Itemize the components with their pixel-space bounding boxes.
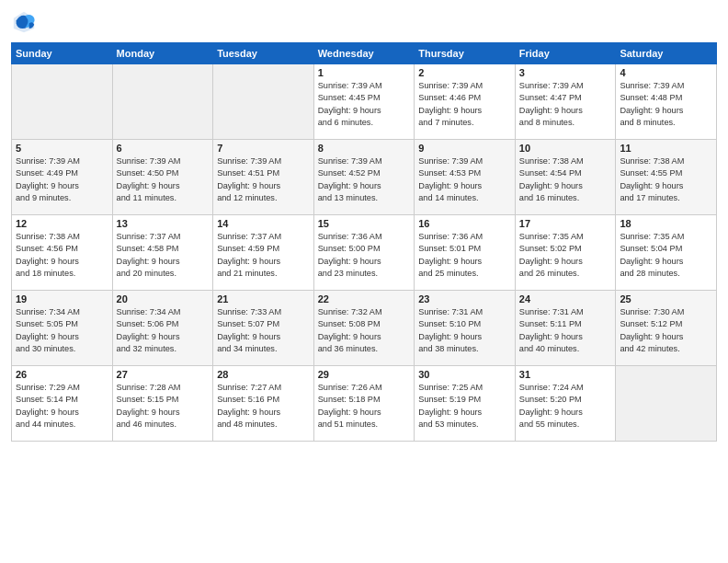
calendar-header: SundayMondayTuesdayWednesdayThursdayFrid… bbox=[12, 43, 717, 64]
day-number: 19 bbox=[16, 293, 108, 304]
calendar-cell bbox=[12, 64, 113, 140]
calendar-cell: 15Sunrise: 7:36 AMSunset: 5:00 PMDayligh… bbox=[313, 215, 415, 291]
day-number: 11 bbox=[620, 143, 712, 154]
calendar-cell: 6Sunrise: 7:39 AMSunset: 4:50 PMDaylight… bbox=[112, 140, 213, 215]
calendar-cell: 24Sunrise: 7:31 AMSunset: 5:11 PMDayligh… bbox=[515, 291, 616, 366]
day-number: 24 bbox=[519, 293, 612, 304]
day-info: Sunrise: 7:28 AMSunset: 5:15 PMDaylight:… bbox=[117, 382, 210, 431]
day-info: Sunrise: 7:36 AMSunset: 5:01 PMDaylight:… bbox=[418, 231, 511, 280]
calendar-cell: 13Sunrise: 7:37 AMSunset: 4:58 PMDayligh… bbox=[112, 215, 213, 291]
day-info: Sunrise: 7:39 AMSunset: 4:47 PMDaylight:… bbox=[519, 80, 612, 129]
header-row: SundayMondayTuesdayWednesdayThursdayFrid… bbox=[12, 43, 717, 64]
logo bbox=[11, 9, 40, 35]
calendar-cell: 11Sunrise: 7:38 AMSunset: 4:55 PMDayligh… bbox=[616, 140, 717, 215]
calendar-cell: 27Sunrise: 7:28 AMSunset: 5:15 PMDayligh… bbox=[112, 366, 213, 442]
day-number: 10 bbox=[519, 143, 612, 154]
day-number: 7 bbox=[217, 143, 310, 154]
calendar-cell: 16Sunrise: 7:36 AMSunset: 5:01 PMDayligh… bbox=[415, 215, 516, 291]
calendar-cell: 25Sunrise: 7:30 AMSunset: 5:12 PMDayligh… bbox=[616, 291, 717, 366]
day-info: Sunrise: 7:26 AMSunset: 5:18 PMDaylight:… bbox=[318, 382, 411, 431]
calendar-cell: 30Sunrise: 7:25 AMSunset: 5:19 PMDayligh… bbox=[415, 366, 516, 442]
day-number: 9 bbox=[418, 143, 511, 154]
calendar-cell: 3Sunrise: 7:39 AMSunset: 4:47 PMDaylight… bbox=[515, 64, 616, 140]
day-number: 28 bbox=[217, 369, 310, 380]
week-row-3: 12Sunrise: 7:38 AMSunset: 4:56 PMDayligh… bbox=[12, 215, 717, 291]
day-header-monday: Monday bbox=[112, 43, 213, 64]
day-number: 8 bbox=[318, 143, 411, 154]
day-number: 29 bbox=[318, 369, 411, 380]
calendar-cell: 8Sunrise: 7:39 AMSunset: 4:52 PMDaylight… bbox=[313, 140, 415, 215]
day-number: 4 bbox=[620, 67, 712, 78]
week-row-5: 26Sunrise: 7:29 AMSunset: 5:14 PMDayligh… bbox=[12, 366, 717, 442]
day-info: Sunrise: 7:39 AMSunset: 4:52 PMDaylight:… bbox=[318, 155, 411, 204]
day-info: Sunrise: 7:31 AMSunset: 5:10 PMDaylight:… bbox=[418, 306, 511, 355]
calendar-cell: 23Sunrise: 7:31 AMSunset: 5:10 PMDayligh… bbox=[415, 291, 516, 366]
day-number: 27 bbox=[117, 369, 210, 380]
calendar-cell: 28Sunrise: 7:27 AMSunset: 5:16 PMDayligh… bbox=[213, 366, 314, 442]
calendar-cell: 29Sunrise: 7:26 AMSunset: 5:18 PMDayligh… bbox=[313, 366, 415, 442]
day-info: Sunrise: 7:35 AMSunset: 5:02 PMDaylight:… bbox=[519, 231, 612, 280]
day-header-saturday: Saturday bbox=[616, 43, 717, 64]
calendar-cell: 20Sunrise: 7:34 AMSunset: 5:06 PMDayligh… bbox=[112, 291, 213, 366]
calendar-cell bbox=[616, 366, 717, 442]
calendar-cell: 31Sunrise: 7:24 AMSunset: 5:20 PMDayligh… bbox=[515, 366, 616, 442]
week-row-1: 1Sunrise: 7:39 AMSunset: 4:45 PMDaylight… bbox=[12, 64, 717, 140]
day-number: 17 bbox=[519, 218, 612, 229]
day-number: 16 bbox=[418, 218, 511, 229]
calendar-cell: 22Sunrise: 7:32 AMSunset: 5:08 PMDayligh… bbox=[313, 291, 415, 366]
calendar-table: SundayMondayTuesdayWednesdayThursdayFrid… bbox=[11, 42, 717, 442]
day-number: 26 bbox=[16, 369, 108, 380]
day-number: 15 bbox=[318, 218, 411, 229]
day-number: 12 bbox=[16, 218, 108, 229]
calendar-cell: 17Sunrise: 7:35 AMSunset: 5:02 PMDayligh… bbox=[515, 215, 616, 291]
calendar-cell: 19Sunrise: 7:34 AMSunset: 5:05 PMDayligh… bbox=[12, 291, 113, 366]
day-info: Sunrise: 7:36 AMSunset: 5:00 PMDaylight:… bbox=[318, 231, 411, 280]
day-info: Sunrise: 7:34 AMSunset: 5:06 PMDaylight:… bbox=[117, 306, 210, 355]
day-info: Sunrise: 7:37 AMSunset: 4:58 PMDaylight:… bbox=[117, 231, 210, 280]
calendar-cell: 21Sunrise: 7:33 AMSunset: 5:07 PMDayligh… bbox=[213, 291, 314, 366]
calendar-body: 1Sunrise: 7:39 AMSunset: 4:45 PMDaylight… bbox=[12, 64, 717, 442]
day-number: 31 bbox=[519, 369, 612, 380]
day-header-tuesday: Tuesday bbox=[213, 43, 314, 64]
page-header bbox=[11, 9, 717, 35]
day-info: Sunrise: 7:39 AMSunset: 4:46 PMDaylight:… bbox=[418, 80, 511, 129]
day-number: 23 bbox=[418, 293, 511, 304]
day-info: Sunrise: 7:30 AMSunset: 5:12 PMDaylight:… bbox=[620, 306, 712, 355]
day-info: Sunrise: 7:24 AMSunset: 5:20 PMDaylight:… bbox=[519, 382, 612, 431]
day-info: Sunrise: 7:39 AMSunset: 4:50 PMDaylight:… bbox=[117, 155, 210, 204]
calendar-cell: 5Sunrise: 7:39 AMSunset: 4:49 PMDaylight… bbox=[12, 140, 113, 215]
day-number: 30 bbox=[418, 369, 511, 380]
calendar-cell: 12Sunrise: 7:38 AMSunset: 4:56 PMDayligh… bbox=[12, 215, 113, 291]
day-number: 3 bbox=[519, 67, 612, 78]
day-info: Sunrise: 7:39 AMSunset: 4:49 PMDaylight:… bbox=[16, 155, 108, 204]
week-row-4: 19Sunrise: 7:34 AMSunset: 5:05 PMDayligh… bbox=[12, 291, 717, 366]
day-info: Sunrise: 7:29 AMSunset: 5:14 PMDaylight:… bbox=[16, 382, 108, 431]
calendar-cell: 2Sunrise: 7:39 AMSunset: 4:46 PMDaylight… bbox=[415, 64, 516, 140]
day-info: Sunrise: 7:33 AMSunset: 5:07 PMDaylight:… bbox=[217, 306, 310, 355]
calendar-cell bbox=[112, 64, 213, 140]
calendar-cell: 14Sunrise: 7:37 AMSunset: 4:59 PMDayligh… bbox=[213, 215, 314, 291]
day-info: Sunrise: 7:37 AMSunset: 4:59 PMDaylight:… bbox=[217, 231, 310, 280]
calendar-cell: 4Sunrise: 7:39 AMSunset: 4:48 PMDaylight… bbox=[616, 64, 717, 140]
week-row-2: 5Sunrise: 7:39 AMSunset: 4:49 PMDaylight… bbox=[12, 140, 717, 215]
day-info: Sunrise: 7:39 AMSunset: 4:53 PMDaylight:… bbox=[418, 155, 511, 204]
calendar-cell: 1Sunrise: 7:39 AMSunset: 4:45 PMDaylight… bbox=[313, 64, 415, 140]
calendar-cell: 18Sunrise: 7:35 AMSunset: 5:04 PMDayligh… bbox=[616, 215, 717, 291]
day-info: Sunrise: 7:31 AMSunset: 5:11 PMDaylight:… bbox=[519, 306, 612, 355]
day-number: 5 bbox=[16, 143, 108, 154]
day-info: Sunrise: 7:32 AMSunset: 5:08 PMDaylight:… bbox=[318, 306, 411, 355]
day-info: Sunrise: 7:38 AMSunset: 4:54 PMDaylight:… bbox=[519, 155, 612, 204]
day-info: Sunrise: 7:39 AMSunset: 4:45 PMDaylight:… bbox=[318, 80, 411, 129]
day-number: 20 bbox=[117, 293, 210, 304]
day-header-wednesday: Wednesday bbox=[313, 43, 415, 64]
calendar-cell: 9Sunrise: 7:39 AMSunset: 4:53 PMDaylight… bbox=[415, 140, 516, 215]
day-info: Sunrise: 7:38 AMSunset: 4:56 PMDaylight:… bbox=[16, 231, 108, 280]
day-info: Sunrise: 7:39 AMSunset: 4:51 PMDaylight:… bbox=[217, 155, 310, 204]
day-header-friday: Friday bbox=[515, 43, 616, 64]
day-number: 14 bbox=[217, 218, 310, 229]
calendar-cell: 10Sunrise: 7:38 AMSunset: 4:54 PMDayligh… bbox=[515, 140, 616, 215]
day-info: Sunrise: 7:27 AMSunset: 5:16 PMDaylight:… bbox=[217, 382, 310, 431]
page-container: SundayMondayTuesdayWednesdayThursdayFrid… bbox=[0, 0, 728, 449]
day-number: 1 bbox=[318, 67, 411, 78]
day-info: Sunrise: 7:25 AMSunset: 5:19 PMDaylight:… bbox=[418, 382, 511, 431]
